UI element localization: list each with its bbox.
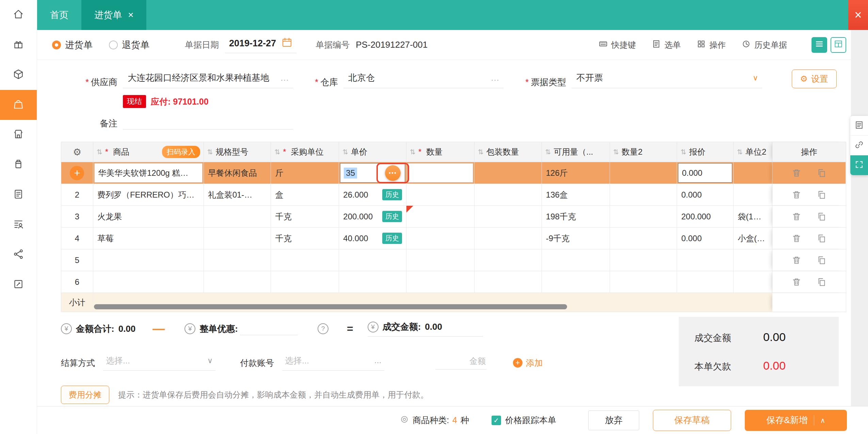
sort-icon[interactable]: ⇅ (737, 148, 743, 156)
header-qty2[interactable]: ⇅ 数量2 (610, 142, 677, 162)
spec-cell[interactable] (204, 228, 271, 249)
expand-tool-button[interactable] (850, 155, 868, 175)
quote-cell[interactable] (677, 249, 734, 271)
price-cell[interactable]: 26.000 历史 (339, 184, 406, 205)
unit-cell[interactable] (271, 249, 339, 271)
payment-account-select[interactable]: 选择... … (282, 355, 384, 371)
spec-cell[interactable] (204, 249, 271, 271)
unit-cell[interactable]: 斤 (271, 162, 339, 184)
unit-cell[interactable]: 千克 (271, 206, 339, 227)
spec-cell[interactable]: 早餐休闲食品 (204, 162, 271, 184)
qty2-cell[interactable] (610, 206, 677, 227)
header-unit[interactable]: ⇅ * 采购单位 (271, 142, 339, 162)
radio-purchase-order[interactable]: 进货单 (52, 39, 93, 51)
sort-icon[interactable]: ⇅ (613, 148, 619, 156)
unit2-cell[interactable]: 袋(1袋 ≈ (734, 206, 772, 227)
settings-button[interactable]: ⚙ 设置 (792, 69, 837, 88)
sort-icon[interactable]: ⇅ (342, 148, 348, 156)
header-available[interactable]: ⇅ 可用量（... (542, 142, 610, 162)
sidebar-item-purchase[interactable] (0, 90, 37, 120)
header-quote[interactable]: ⇅ 报价 (677, 142, 734, 162)
add-row-button[interactable]: + (70, 166, 84, 180)
payment-amount-input[interactable] (435, 356, 486, 370)
qty2-cell[interactable] (610, 271, 677, 293)
tab-purchase-order[interactable]: 进货单 × (81, 0, 146, 30)
qty2-cell[interactable] (610, 184, 677, 205)
sort-icon[interactable]: ⇅ (680, 148, 686, 156)
checkbox-checked-icon[interactable]: ✓ (492, 416, 501, 425)
select-order-button[interactable]: 选单 (652, 39, 681, 51)
delete-row-button[interactable] (791, 277, 802, 287)
more-options-button[interactable]: ••• (385, 165, 401, 181)
quote-cell[interactable]: 200.000 (677, 206, 734, 227)
operations-button[interactable]: 操作 (696, 39, 726, 51)
header-qty[interactable]: ⇅ * 数量 (406, 142, 475, 162)
warehouse-input[interactable]: 北京仓 … (343, 72, 503, 88)
header-product[interactable]: ⇅ * 商品 扫码录入 (93, 142, 204, 162)
delete-row-button[interactable] (791, 255, 802, 265)
pack-qty-cell[interactable] (475, 228, 542, 249)
sidebar-item-stock[interactable] (0, 150, 37, 180)
window-close-button[interactable]: × (848, 0, 868, 30)
delete-row-button[interactable] (791, 168, 802, 178)
price-cell[interactable] (339, 271, 406, 293)
table-view-button[interactable] (831, 37, 846, 53)
sidebar-item-home[interactable] (0, 0, 37, 30)
product-cell[interactable]: 费列罗（FERRERO）巧… (93, 184, 204, 205)
sidebar-item-delivery[interactable] (0, 60, 37, 90)
notes-tool-button[interactable] (850, 116, 868, 136)
unit2-cell[interactable]: 小盒(1小 (734, 228, 772, 249)
header-unit2[interactable]: ⇅ 单位2 (734, 142, 772, 162)
price-cell[interactable] (339, 249, 406, 271)
delete-row-button[interactable] (791, 212, 802, 222)
column-settings-button[interactable]: ⚙ (61, 142, 93, 162)
radio-return-order[interactable]: 退货单 (109, 39, 149, 51)
price-cell[interactable]: 40.000 历史 (339, 228, 406, 249)
history-badge[interactable]: 历史 (382, 189, 402, 200)
sidebar-item-notes[interactable] (0, 270, 37, 300)
add-payment-button[interactable]: + 添加 (511, 357, 545, 369)
unit-cell[interactable] (271, 271, 339, 293)
list-view-button[interactable] (811, 37, 827, 53)
pack-qty-cell[interactable] (475, 206, 542, 227)
cost-share-button[interactable]: 费用分摊 (61, 386, 109, 404)
history-badge[interactable]: 历史 (382, 233, 402, 244)
sort-icon[interactable]: ⇅ (274, 148, 280, 156)
qty-input[interactable] (407, 163, 473, 183)
qty2-cell[interactable] (610, 228, 677, 249)
question-circle-icon[interactable]: ? (318, 323, 328, 334)
supplier-more-icon[interactable]: … (280, 73, 290, 83)
copy-row-button[interactable] (817, 255, 827, 265)
unit2-cell[interactable] (734, 184, 772, 205)
spec-cell[interactable]: 礼盒装01-… (204, 184, 271, 205)
sort-icon[interactable]: ⇅ (545, 148, 551, 156)
sidebar-item-relations[interactable] (0, 240, 37, 270)
qty-cell[interactable] (406, 162, 475, 184)
qty-cell[interactable] (406, 271, 475, 293)
link-tool-button[interactable] (850, 136, 868, 155)
discount-input[interactable] (240, 322, 298, 335)
delete-row-button[interactable] (791, 190, 802, 200)
history-documents-button[interactable]: 历史单据 (741, 39, 787, 51)
pack-qty-cell[interactable] (475, 249, 542, 271)
product-cell[interactable]: 火龙果 (93, 206, 204, 227)
more-options-icon[interactable]: … (374, 356, 382, 365)
supplier-input[interactable]: 大连花园口经济区景和水果种植基地 … (123, 72, 293, 88)
qty2-cell[interactable] (610, 162, 677, 184)
sidebar-item-documents[interactable] (0, 180, 37, 210)
delete-row-button[interactable] (791, 233, 802, 244)
caret-up-icon[interactable]: ∧ (820, 416, 825, 424)
qty2-cell[interactable] (610, 249, 677, 271)
copy-row-button[interactable] (817, 212, 827, 222)
header-price[interactable]: ⇅ 单价 (339, 142, 406, 162)
copy-row-button[interactable] (817, 168, 827, 178)
pack-qty-cell[interactable] (475, 184, 542, 205)
sidebar-item-gift[interactable] (0, 30, 37, 60)
qty-cell[interactable] (406, 228, 475, 249)
copy-row-button[interactable] (817, 233, 827, 244)
header-pack-qty[interactable]: ⇅ 包装数量 (475, 142, 542, 162)
sidebar-item-store[interactable] (0, 120, 37, 150)
unit2-cell[interactable] (734, 162, 772, 184)
sidebar-item-reports[interactable] (0, 210, 37, 240)
unit2-cell[interactable] (734, 271, 772, 293)
